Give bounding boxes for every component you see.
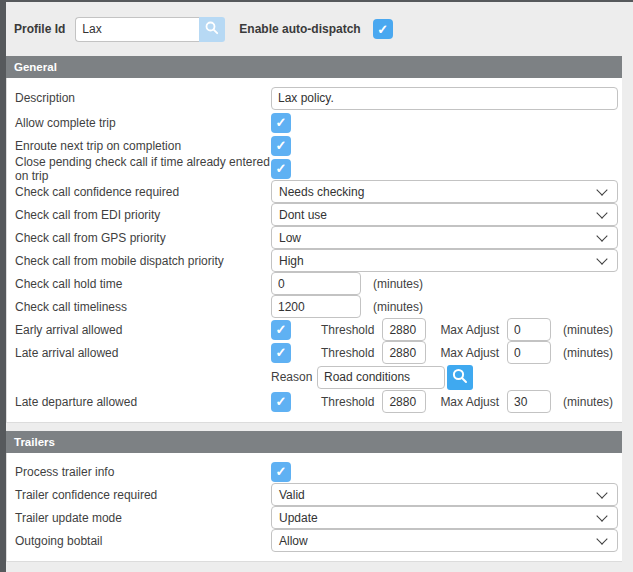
select-value: Dont use [279, 208, 327, 222]
allow-complete-trip-label: Allow complete trip [15, 116, 271, 130]
check-call-gps-label: Check call from GPS priority [15, 231, 271, 245]
late-arrival-row: Late arrival allowed ✓ Threshold Max Adj… [7, 341, 622, 364]
late-departure-label: Late departure allowed [15, 395, 271, 409]
reason-input[interactable] [317, 366, 445, 389]
max-adjust-label: Max Adjust [440, 395, 499, 409]
minutes-unit-label: (minutes) [563, 346, 613, 360]
check-call-gps-select[interactable]: Low [271, 226, 618, 249]
outgoing-bobtail-row: Outgoing bobtail Allow [7, 529, 622, 552]
trailer-update-mode-label: Trailer update mode [15, 511, 271, 525]
check-icon: ✓ [276, 346, 287, 359]
enroute-next-trip-checkbox[interactable]: ✓ [271, 136, 291, 156]
check-call-confidence-row: Check call confidence required Needs che… [7, 180, 622, 203]
minutes-unit-label: (minutes) [373, 300, 423, 314]
chevron-down-icon [596, 487, 607, 498]
enable-auto-dispatch-checkbox[interactable]: ✓ [373, 19, 393, 39]
trailer-confidence-label: Trailer confidence required [15, 488, 271, 502]
outgoing-bobtail-select[interactable]: Allow [271, 529, 618, 552]
max-adjust-label: Max Adjust [440, 346, 499, 360]
late-departure-row: Late departure allowed ✓ Threshold Max A… [7, 390, 622, 413]
check-icon: ✓ [276, 162, 287, 175]
check-call-timeliness-row: Check call timeliness (minutes) [7, 295, 622, 318]
check-call-mobile-select[interactable]: High [271, 249, 618, 272]
early-arrival-threshold-input[interactable] [382, 318, 426, 341]
check-call-hold-time-label: Check call hold time [15, 277, 271, 291]
check-call-gps-row: Check call from GPS priority Low [7, 226, 622, 249]
reason-search-button[interactable] [447, 365, 473, 390]
check-icon: ✓ [276, 395, 287, 408]
late-arrival-label: Late arrival allowed [15, 346, 271, 360]
early-arrival-max-adjust-input[interactable] [507, 318, 551, 341]
allow-complete-trip-checkbox[interactable]: ✓ [271, 113, 291, 133]
profile-id-label: Profile Id [14, 22, 65, 36]
close-pending-check-call-checkbox[interactable]: ✓ [271, 159, 291, 179]
trailers-section: Trailers Process trailer info ✓ Trailer … [6, 431, 622, 562]
select-value: Low [279, 231, 301, 245]
chevron-down-icon [596, 184, 607, 195]
dispatch-policy-settings-window: Profile Id Enable auto-dispatch ✓ Genera… [0, 0, 633, 572]
late-departure-checkbox[interactable]: ✓ [271, 392, 291, 412]
check-call-confidence-select[interactable]: Needs checking [271, 180, 618, 203]
description-label: Description [15, 91, 271, 105]
trailers-panel: Process trailer info ✓ Trailer confidenc… [6, 453, 622, 562]
process-trailer-info-checkbox[interactable]: ✓ [271, 462, 291, 482]
description-row: Description [7, 85, 622, 111]
late-departure-max-adjust-input[interactable] [507, 390, 551, 413]
profile-id-lookup-button[interactable] [199, 17, 225, 42]
check-icon: ✓ [276, 323, 287, 336]
late-arrival-checkbox[interactable]: ✓ [271, 343, 291, 363]
chevron-down-icon [596, 253, 607, 264]
select-value: Allow [279, 534, 308, 548]
trailer-confidence-row: Trailer confidence required Valid [7, 483, 622, 506]
chevron-down-icon [596, 510, 607, 521]
trailer-update-mode-row: Trailer update mode Update [7, 506, 622, 529]
trailer-update-mode-select[interactable]: Update [271, 506, 618, 529]
check-call-hold-time-input[interactable] [271, 272, 361, 295]
toolbar: Profile Id Enable auto-dispatch ✓ [6, 2, 633, 56]
trailers-section-header: Trailers [6, 431, 622, 453]
check-call-edi-select[interactable]: Dont use [271, 203, 618, 226]
allow-complete-trip-row: Allow complete trip ✓ [7, 111, 622, 134]
late-departure-threshold-input[interactable] [382, 390, 426, 413]
minutes-unit-label: (minutes) [373, 277, 423, 291]
check-call-hold-time-row: Check call hold time (minutes) [7, 272, 622, 295]
late-arrival-max-adjust-input[interactable] [507, 341, 551, 364]
trailer-confidence-select[interactable]: Valid [271, 483, 618, 506]
early-arrival-label: Early arrival allowed [15, 323, 271, 337]
chevron-down-icon [596, 230, 607, 241]
reason-label: Reason [271, 370, 309, 384]
general-section-header: General [6, 56, 622, 78]
early-arrival-checkbox[interactable]: ✓ [271, 320, 291, 340]
close-pending-check-call-label: Close pending check call if time already… [15, 155, 271, 183]
select-value: Valid [279, 488, 305, 502]
late-arrival-threshold-input[interactable] [382, 341, 426, 364]
early-arrival-row: Early arrival allowed ✓ Threshold Max Ad… [7, 318, 622, 341]
minutes-unit-label: (minutes) [563, 395, 613, 409]
check-call-mobile-label: Check call from mobile dispatch priority [15, 254, 271, 268]
max-adjust-label: Max Adjust [440, 323, 499, 337]
late-arrival-reason-row: Reason [7, 364, 622, 390]
close-pending-check-call-row: Close pending check call if time already… [7, 157, 622, 180]
check-call-confidence-label: Check call confidence required [15, 185, 271, 199]
select-value: Update [279, 511, 318, 525]
check-call-timeliness-input[interactable] [271, 295, 361, 318]
check-call-mobile-row: Check call from mobile dispatch priority… [7, 249, 622, 272]
process-trailer-info-row: Process trailer info ✓ [7, 460, 622, 483]
enable-auto-dispatch-label: Enable auto-dispatch [239, 22, 360, 36]
minutes-unit-label: (minutes) [563, 323, 613, 337]
select-value: Needs checking [279, 185, 364, 199]
check-call-edi-row: Check call from EDI priority Dont use [7, 203, 622, 226]
check-icon: ✓ [276, 139, 287, 152]
threshold-label: Threshold [321, 323, 374, 337]
general-panel: Description Allow complete trip ✓ Enrout… [6, 78, 622, 423]
threshold-label: Threshold [321, 395, 374, 409]
description-input[interactable] [271, 87, 618, 110]
check-icon: ✓ [276, 116, 287, 129]
select-value: High [279, 254, 304, 268]
profile-id-input[interactable] [75, 17, 199, 42]
general-section: General Description Allow complete trip … [6, 56, 622, 423]
check-icon: ✓ [377, 23, 388, 36]
search-icon [451, 367, 469, 388]
outgoing-bobtail-label: Outgoing bobtail [15, 534, 271, 548]
search-icon [204, 20, 220, 39]
